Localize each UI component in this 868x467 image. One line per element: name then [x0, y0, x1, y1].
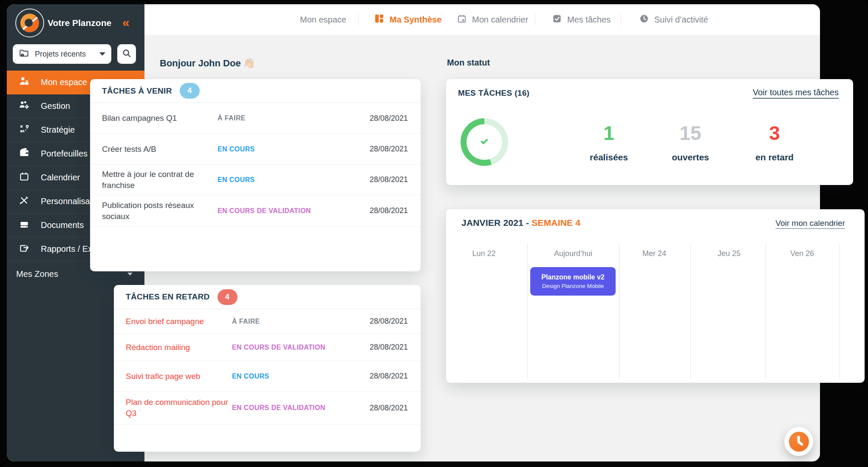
count-badge: 4	[218, 289, 237, 305]
calendar-icon	[19, 171, 30, 184]
task-status: EN COURS DE VALIDATION	[232, 404, 325, 412]
task-date: 28/08/2021	[370, 206, 408, 215]
user-lock-icon	[19, 76, 30, 89]
tab-ma-synthese[interactable]: Ma Synthèse	[374, 4, 441, 35]
planzone-logo[interactable]	[15, 9, 44, 37]
strategy-icon	[19, 123, 30, 137]
card-title: TÂCHES EN RETARD	[126, 292, 210, 302]
task-row[interactable]: Suivi trafic page web EN COURS 28/08/202…	[114, 361, 421, 392]
card-header: TÂCHES À VENIR 4	[90, 79, 421, 103]
tools-icon	[19, 195, 30, 208]
tab-separator	[441, 14, 442, 26]
task-name: Mettre à jour le contrat de franchise	[102, 169, 218, 191]
task-status: EN COURS DE VALIDATION	[232, 344, 325, 351]
tab-mon-espace[interactable]: Mon espace	[300, 4, 346, 35]
tab-separator	[535, 14, 535, 26]
greeting: Bonjour John Doe 👋🏻	[160, 58, 255, 69]
task-name: Plan de communication pour Q3	[126, 397, 232, 419]
tab-separator	[620, 14, 621, 26]
calendar-event[interactable]: Planzone mobile v2 Design Planzone Mobil…	[530, 267, 616, 296]
tab-label: Suivi d’activité	[654, 15, 708, 25]
stat-value: 3	[741, 123, 809, 143]
tab-label: Mon calendrier	[472, 15, 528, 25]
task-row[interactable]: Mettre à jour le contrat de franchise EN…	[90, 165, 421, 195]
my-tasks-summary-card: MES TÂCHES (16) Voir toutes mes tâches 1…	[446, 79, 853, 185]
stat-value: 15	[656, 123, 724, 143]
stat-completed: 1 réalisées	[575, 123, 643, 162]
task-date: 28/08/2021	[370, 145, 408, 154]
event-title: Planzone mobile v2	[541, 273, 604, 281]
task-name: Publication posts réseaux sociaux	[102, 200, 218, 222]
export-icon	[19, 242, 30, 256]
team-gear-icon	[19, 100, 30, 113]
calendar-week: SEMAINE 4	[532, 218, 580, 228]
task-date: 28/08/2021	[370, 404, 408, 413]
task-row[interactable]: Publication posts réseaux sociaux EN COU…	[90, 195, 421, 227]
task-row[interactable]: Envoi brief campagne À FAIRE 28/08/2021	[114, 309, 421, 334]
task-status: EN COURS	[232, 373, 269, 380]
logo-mark	[20, 14, 39, 32]
sidebar-item-label: Stratégie	[41, 125, 75, 135]
sidebar-item-label: Documents	[41, 220, 84, 230]
day-separator	[619, 244, 619, 379]
task-status: À FAIRE	[232, 318, 260, 325]
task-name: Créer tests A/B	[102, 144, 218, 155]
task-name: Bilan campagnes Q1	[102, 113, 218, 124]
stat-open: 15 ouvertes	[656, 123, 724, 162]
project-filter-label: Projets récents	[35, 50, 94, 59]
card-title: MES TÂCHES (16)	[458, 88, 529, 98]
search-button[interactable]	[117, 44, 136, 64]
clock-icon	[789, 432, 809, 452]
day-separator	[840, 244, 840, 379]
task-row[interactable]: Rédaction mailing EN COURS DE VALIDATION…	[114, 334, 421, 361]
tab-label: Mon espace	[300, 15, 346, 25]
day-column-header: Jeu 25	[695, 249, 763, 258]
day-column-header: Mer 24	[620, 249, 688, 258]
view-calendar-link[interactable]: Voir mon calendrier	[775, 219, 845, 228]
tab-mes-taches[interactable]: Mes tâches	[552, 4, 611, 35]
stat-label: réalisées	[575, 152, 643, 162]
time-tracker-fab[interactable]	[784, 427, 813, 456]
search-icon	[121, 48, 132, 60]
day-separator	[766, 244, 766, 379]
card-header: TÂCHES EN RETARD 4	[114, 285, 421, 309]
task-status: EN COURS DE VALIDATION	[218, 207, 311, 215]
task-row[interactable]: Créer tests A/B EN COURS 28/08/2021	[90, 134, 421, 165]
view-all-tasks-link[interactable]: Voir toutes mes tâches	[753, 88, 839, 97]
task-status: À FAIRE	[218, 114, 246, 122]
task-date: 28/08/2021	[370, 175, 408, 184]
chevron-down-icon	[127, 273, 133, 276]
task-status: EN COURS	[218, 145, 255, 153]
tab-mon-calendrier[interactable]: Mon calendrier	[457, 4, 528, 35]
status-heading: Mon statut	[447, 58, 490, 68]
folder-icon	[19, 48, 30, 60]
task-date: 28/08/2021	[370, 372, 408, 381]
tab-separator	[358, 14, 359, 26]
stat-label: ouvertes	[656, 152, 724, 162]
task-status: EN COURS	[218, 176, 255, 184]
calendar-title: JANVIER 2021 - SEMAINE 4	[461, 218, 580, 228]
sidebar-item-label: Calendrier	[41, 173, 80, 182]
wallet-icon	[19, 147, 30, 160]
project-filter-dropdown[interactable]: Projets récents	[13, 44, 111, 64]
collapse-sidebar-icon[interactable]: «	[122, 15, 128, 30]
stat-label: en retard	[741, 152, 809, 162]
task-name: Rédaction mailing	[126, 342, 232, 353]
tab-label: Mes tâches	[567, 15, 611, 25]
task-date: 28/08/2021	[370, 317, 408, 326]
tab-suivi-activite[interactable]: Suivi d’activité	[639, 4, 708, 35]
week-calendar-card: JANVIER 2021 - SEMAINE 4 Voir mon calend…	[446, 209, 865, 383]
calendar-month: JANVIER 2021 -	[461, 218, 532, 228]
task-date: 28/08/2021	[370, 343, 408, 352]
tab-label: Ma Synthèse	[390, 15, 441, 25]
donut-center	[467, 124, 502, 160]
sidebar-item-label: Portefeuilles	[41, 149, 88, 159]
task-name: Envoi brief campagne	[126, 316, 232, 327]
dashboard-grid-icon	[374, 13, 385, 26]
task-row[interactable]: Bilan campagnes Q1 À FAIRE 28/08/2021	[90, 103, 421, 134]
late-tasks-card: TÂCHES EN RETARD 4 Envoi brief campagne …	[114, 285, 421, 452]
stat-value: 1	[575, 123, 643, 143]
top-navigation-bar: Mon espace Ma Synthèse Mon calendrier	[144, 4, 820, 35]
day-column-header: Ven 26	[768, 249, 836, 258]
task-row[interactable]: Plan de communication pour Q3 EN COURS D…	[114, 392, 421, 424]
